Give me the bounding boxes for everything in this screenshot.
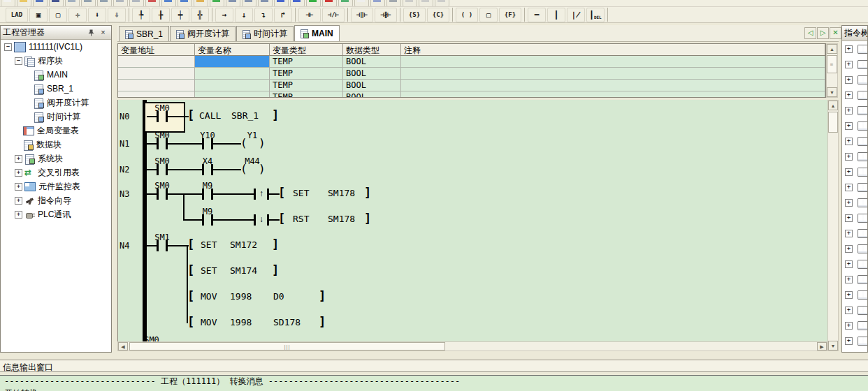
instruction-category[interactable]: +	[842, 179, 867, 195]
toolbar-icon-0[interactable]	[1, 0, 15, 7]
insert-network-below-button[interactable]: ╊	[152, 8, 170, 22]
table-cell[interactable]: TEMP	[270, 68, 343, 80]
tree-expander-icon[interactable]: +	[845, 322, 853, 330]
instruction-category[interactable]: +	[842, 164, 867, 179]
table-vscrollbar[interactable]: ▲ ≡ ▼	[826, 43, 838, 98]
toolbar-icon-8[interactable]	[129, 0, 144, 7]
instruction-category[interactable]: +	[842, 133, 867, 149]
instruction-category[interactable]: +	[842, 241, 867, 256]
lad-mode-button[interactable]: LAD	[6, 8, 28, 22]
toolbar-icon-10[interactable]	[161, 0, 176, 7]
tree-expander-icon[interactable]: +	[845, 245, 853, 253]
tree-expander-icon[interactable]: +	[845, 184, 853, 191]
toolbar-icon-21[interactable]	[338, 0, 353, 7]
tree-expander-icon[interactable]: +	[845, 291, 853, 299]
table-cell[interactable]	[401, 91, 825, 98]
toolbar-icon-17[interactable]	[274, 0, 289, 7]
instruction-category[interactable]: +	[842, 302, 867, 318]
ladder-scroll-right-icon[interactable]: ▶	[817, 342, 827, 351]
toolbar-icon-27[interactable]	[435, 0, 449, 7]
contact-parallel-no-button[interactable]: ⊣‖⊢	[351, 8, 373, 22]
vline-tool-button[interactable]: ┃	[547, 8, 565, 22]
tree-item-时间计算[interactable]: 时间计算	[1, 110, 110, 124]
ladder-hscroll-thumb[interactable]: |||	[129, 342, 445, 351]
toolbar-icon-20[interactable]	[322, 0, 337, 7]
tree-expander-icon[interactable]: +	[845, 307, 853, 314]
toolbar-icon-11[interactable]	[178, 0, 192, 7]
function-f-button[interactable]: {F}	[499, 8, 521, 22]
toolbar-icon-23[interactable]	[370, 0, 385, 7]
instruction-category[interactable]: +	[842, 210, 867, 226]
tab-阀开度计算[interactable]: 阀开度计算	[170, 26, 236, 41]
tree-expander-icon[interactable]: +	[845, 91, 853, 99]
column-header-注释[interactable]: 注释	[401, 44, 825, 56]
toolbar-icon-4[interactable]	[65, 0, 80, 7]
delete-vline-button[interactable]: ┃DEL	[586, 8, 605, 22]
table-cell[interactable]: BOOL	[343, 68, 401, 80]
toolbar-icon-9[interactable]	[145, 0, 160, 7]
tree-expander-icon[interactable]: +	[845, 214, 853, 222]
table-cell[interactable]: TEMP	[270, 91, 343, 98]
toolbar-icon-22[interactable]	[354, 0, 369, 7]
table-cell[interactable]	[401, 56, 825, 68]
instruction-category[interactable]: +	[842, 72, 867, 87]
output-window-titlebar[interactable]: 信息输出窗口	[0, 360, 868, 372]
ladder-scroll-left-icon[interactable]: ◀	[118, 342, 128, 351]
toolbar-icon-24[interactable]	[386, 0, 401, 7]
delete-network-button[interactable]: ╪	[171, 8, 189, 22]
tab-时间计算[interactable]: 时间计算	[236, 26, 294, 41]
tree-item-111111(IVC1L)[interactable]: −111111(IVC1L)	[1, 40, 110, 54]
table-cell[interactable]	[118, 56, 195, 68]
instruction-category[interactable]: +	[842, 103, 867, 118]
line-right-button[interactable]: →	[215, 8, 233, 22]
tree-expander-icon[interactable]: +	[845, 122, 853, 130]
tree-item-MAIN[interactable]: MAIN	[1, 68, 110, 82]
set-instruction-button[interactable]: {S}	[403, 8, 426, 22]
tab-next-button[interactable]: ▷	[817, 27, 829, 39]
table-cell[interactable]: BOOL	[343, 91, 401, 98]
table-cell[interactable]	[118, 68, 195, 80]
table-cell[interactable]	[195, 56, 270, 68]
pin-icon[interactable]	[85, 27, 97, 38]
tree-expander-icon[interactable]: +	[845, 107, 853, 115]
tree-expander-icon[interactable]: +	[845, 353, 853, 353]
instruction-category[interactable]: +	[842, 87, 867, 103]
toolbar-icon-26[interactable]	[419, 0, 433, 7]
tree-expander-icon[interactable]: +	[845, 276, 853, 283]
insert-network-above-button[interactable]: ╄	[132, 8, 150, 22]
tree-item-阀开度计算[interactable]: 阀开度计算	[1, 96, 110, 110]
table-cell[interactable]: BOOL	[343, 56, 401, 68]
delete-row-button[interactable]: ⇩	[108, 8, 126, 22]
tree-item-数据块[interactable]: 数据块	[1, 138, 110, 152]
column-header-变量类型[interactable]: 变量类型	[270, 44, 343, 56]
insert-row-button[interactable]: ⬇	[88, 8, 106, 22]
toolbar-icon-19[interactable]	[306, 0, 321, 7]
tree-expander-icon[interactable]: +	[15, 211, 22, 219]
tree-expander-icon[interactable]: +	[15, 169, 22, 177]
instruction-category[interactable]: +	[842, 118, 867, 133]
tree-expander-icon[interactable]: −	[4, 43, 12, 51]
instruction-category[interactable]: +	[842, 57, 867, 72]
tab-SBR_1[interactable]: SBR_1	[119, 26, 169, 41]
tree-item-全局变量表[interactable]: 全局变量表	[1, 124, 110, 138]
instruction-category[interactable]: +	[842, 256, 867, 272]
tree-expander-icon[interactable]: +	[845, 168, 853, 176]
tab-close-button[interactable]: ✕	[830, 27, 841, 39]
tree-expander-icon[interactable]: +	[15, 183, 22, 191]
tree-item-SBR_1[interactable]: SBR_1	[1, 82, 110, 96]
close-panel-icon[interactable]: ×	[97, 27, 109, 38]
tree-expander-icon[interactable]: +	[845, 138, 853, 145]
tree-expander-icon[interactable]: +	[845, 45, 853, 53]
contact-parallel-nc-button[interactable]: ⊣∦⊢	[375, 8, 397, 22]
toolbar-icon-18[interactable]	[290, 0, 305, 7]
toolbar-icon-1[interactable]	[17, 0, 31, 7]
toolbar-icon-5[interactable]	[81, 0, 96, 7]
tree-expander-icon[interactable]: +	[845, 61, 853, 68]
instruction-category[interactable]: +	[842, 287, 867, 302]
tree-expander-icon[interactable]: +	[845, 199, 853, 207]
tree-expander-icon[interactable]: +	[845, 260, 853, 268]
tree-item-系统块[interactable]: +系统块	[1, 152, 110, 165]
instruction-category[interactable]: +	[842, 272, 867, 287]
table-scroll-thumb[interactable]: ≡	[827, 55, 837, 73]
ladder-scroll-down-icon[interactable]: ▼	[828, 341, 838, 351]
